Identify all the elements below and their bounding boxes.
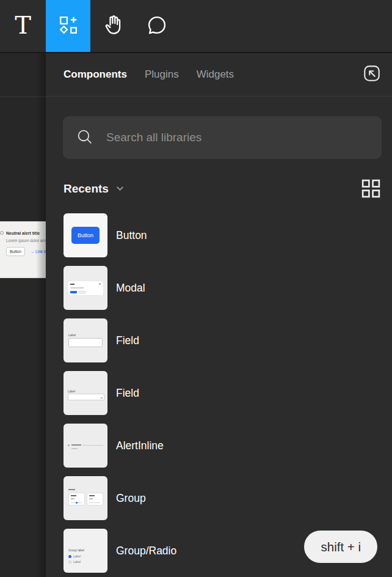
component-thumbnail: Group label Label Label xyxy=(64,529,107,573)
list-item-group[interactable]: Group xyxy=(64,476,392,520)
chevron-down-icon[interactable] xyxy=(115,183,125,194)
alert-title: Neutral alert title xyxy=(6,231,40,235)
thumb-button-preview: Button xyxy=(71,227,100,244)
grid-view-icon[interactable] xyxy=(360,178,382,199)
canvas-alert-component-preview: Neutral alert title Lorem ipsum dolor am… xyxy=(0,221,46,278)
component-thumbnail: Button xyxy=(64,213,107,257)
thumb-field-input xyxy=(68,338,103,347)
list-item-modal[interactable]: Modal xyxy=(64,266,392,310)
component-name: Group/Radio xyxy=(116,545,176,557)
text-tool-icon: T xyxy=(15,13,31,37)
list-item-field-2[interactable]: Label Field xyxy=(64,371,392,415)
thumb-field-label: Label xyxy=(68,333,76,337)
component-thumbnail xyxy=(64,424,107,468)
thumb-field-label: Label xyxy=(68,389,75,393)
component-name: Field xyxy=(116,387,139,400)
component-thumbnail xyxy=(64,266,107,310)
hand-icon xyxy=(102,14,124,39)
hand-tool-button[interactable] xyxy=(90,0,135,52)
comments-tool-button[interactable] xyxy=(135,0,179,52)
radio-unselected-icon xyxy=(68,560,71,564)
list-item-alertinline[interactable]: AlertInline xyxy=(64,424,392,468)
alert-actions: Button → Link text xyxy=(6,247,46,256)
popout-panel-button[interactable] xyxy=(361,64,382,85)
component-name: Modal xyxy=(116,282,145,295)
recents-list: Button Button Modal Label Field xyxy=(64,213,392,573)
tab-widgets[interactable]: Widgets xyxy=(197,68,234,81)
chevron-down-icon xyxy=(100,396,103,399)
component-thumbnail: Label xyxy=(64,318,107,362)
toolbar: T xyxy=(0,0,392,53)
component-thumbnail: Label xyxy=(64,371,107,415)
components-tool-button[interactable] xyxy=(46,0,90,52)
thumb-group-label: Group label xyxy=(68,548,84,552)
alert-body-text: Lorem ipsum dolor amet consect xyxy=(6,238,46,243)
keyboard-shortcut-badge: shift + i xyxy=(304,531,377,563)
component-name: AlertInline xyxy=(116,439,164,452)
search-icon xyxy=(76,128,93,147)
component-name: Field xyxy=(116,334,139,347)
component-name: Group xyxy=(116,492,146,505)
alert-button: Button xyxy=(6,247,25,256)
thumb-field-input xyxy=(68,394,104,400)
alert-link: → Link text xyxy=(31,249,46,254)
list-item-field[interactable]: Label Field xyxy=(64,318,392,362)
search-bar[interactable] xyxy=(63,116,382,159)
list-item-button[interactable]: Button Button xyxy=(64,213,392,257)
thumb-modal-preview xyxy=(68,281,103,295)
search-input[interactable] xyxy=(106,131,368,144)
canvas-background: Neutral alert title Lorem ipsum dolor am… xyxy=(0,53,46,577)
tab-components[interactable]: Components xyxy=(64,68,127,81)
recents-title[interactable]: Recents xyxy=(64,182,109,196)
components-icon xyxy=(59,15,78,37)
divider xyxy=(0,97,46,97)
shortcut-label: shift + i xyxy=(321,540,361,554)
radio-selected-icon xyxy=(68,555,71,558)
comment-bubble-icon xyxy=(146,14,168,39)
recents-header: Recents xyxy=(64,178,382,199)
close-icon xyxy=(99,283,101,285)
popout-arrow-icon xyxy=(361,63,382,86)
tab-plugins[interactable]: Plugins xyxy=(145,68,179,81)
component-thumbnail xyxy=(64,476,107,520)
info-icon xyxy=(0,231,4,235)
panel-header: Components Plugins Widgets xyxy=(46,53,392,97)
text-tool-button[interactable]: T xyxy=(0,0,46,52)
components-panel: Components Plugins Widgets Recents xyxy=(46,53,392,577)
component-name: Button xyxy=(116,229,147,242)
